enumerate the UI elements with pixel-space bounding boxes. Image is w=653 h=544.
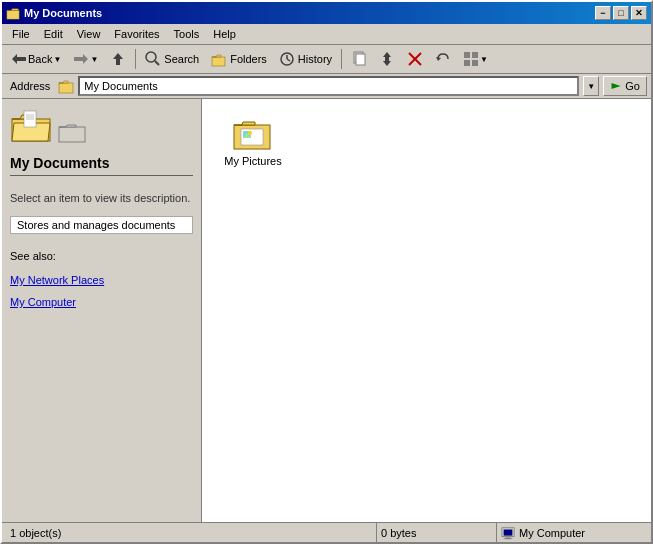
svg-rect-3: [17, 57, 26, 61]
up-icon: [110, 51, 126, 67]
left-panel: My Documents Select an item to view its …: [2, 99, 202, 522]
menu-tools[interactable]: Tools: [168, 26, 206, 42]
forward-button[interactable]: ▼: [68, 47, 103, 71]
address-bar: Address My Documents ▼ Go: [2, 74, 651, 99]
title-bar: My Documents − □ ✕: [2, 2, 651, 24]
views-button[interactable]: ▼: [458, 47, 493, 71]
menu-edit[interactable]: Edit: [38, 26, 69, 42]
svg-rect-10: [212, 57, 225, 66]
svg-rect-16: [356, 54, 365, 65]
svg-rect-18: [385, 57, 389, 61]
separator-2: [341, 49, 342, 69]
status-bar: 1 object(s) 0 bytes My Computer: [2, 522, 651, 542]
copy-icon: [351, 51, 367, 67]
address-input[interactable]: My Documents: [78, 76, 579, 96]
back-button[interactable]: Back ▼: [6, 47, 66, 71]
move-button[interactable]: [374, 47, 400, 71]
network-places-link[interactable]: My Network Places: [10, 274, 193, 286]
pictures-label: My Pictures: [224, 155, 281, 167]
history-button[interactable]: History: [274, 47, 337, 71]
copy-button[interactable]: [346, 47, 372, 71]
svg-marker-4: [83, 54, 88, 64]
svg-point-44: [248, 131, 252, 135]
folder-icon-area: [10, 107, 193, 143]
left-panel-title: My Documents: [10, 155, 193, 176]
history-icon: [279, 51, 295, 67]
svg-marker-6: [113, 53, 123, 59]
svg-marker-1: [7, 9, 18, 11]
menu-favorites[interactable]: Favorites: [108, 26, 165, 42]
stores-badge: Stores and manages documents: [10, 216, 193, 234]
svg-rect-37: [59, 127, 85, 142]
svg-rect-46: [504, 529, 513, 535]
maximize-button[interactable]: □: [613, 6, 629, 20]
window-title: My Documents: [24, 7, 102, 19]
svg-rect-7: [116, 59, 120, 65]
svg-rect-48: [504, 538, 513, 539]
back-icon: [11, 51, 27, 67]
location-status: My Computer: [497, 523, 647, 542]
address-label: Address: [6, 78, 54, 94]
address-folder-icon: [58, 78, 74, 94]
svg-rect-5: [74, 57, 83, 61]
undo-button[interactable]: [430, 47, 456, 71]
svg-marker-40: [234, 122, 255, 125]
move-icon: [379, 51, 395, 67]
right-panel: My Pictures: [202, 99, 651, 522]
secondary-folder-icon: [58, 119, 86, 143]
address-dropdown[interactable]: ▼: [583, 76, 599, 96]
search-button[interactable]: Search: [140, 47, 204, 71]
size-status: 0 bytes: [377, 523, 497, 542]
svg-marker-22: [436, 57, 441, 61]
svg-marker-11: [212, 55, 221, 57]
delete-icon: [407, 51, 423, 67]
computer-icon: [501, 526, 515, 540]
up-button[interactable]: [105, 47, 131, 71]
delete-button[interactable]: [402, 47, 428, 71]
my-computer-link[interactable]: My Computer: [10, 296, 193, 308]
folders-icon: [211, 51, 227, 67]
folders-button[interactable]: Folders: [206, 47, 272, 71]
menu-bar: File Edit View Favorites Tools Help: [2, 24, 651, 45]
svg-marker-19: [383, 61, 391, 66]
menu-help[interactable]: Help: [207, 26, 242, 42]
svg-rect-0: [7, 10, 19, 19]
title-bar-left: My Documents: [6, 6, 102, 20]
go-button[interactable]: Go: [603, 76, 647, 96]
go-icon: [610, 80, 622, 92]
menu-file[interactable]: File: [6, 26, 36, 42]
svg-rect-26: [472, 60, 478, 66]
pictures-folder-icon: [233, 115, 273, 151]
svg-line-9: [155, 61, 159, 65]
content-area: My Documents Select an item to view its …: [2, 99, 651, 522]
svg-marker-17: [383, 52, 391, 57]
svg-rect-23: [464, 52, 470, 58]
svg-marker-28: [59, 81, 68, 83]
description-text: Select an item to view its description.: [10, 192, 193, 204]
main-folder-open-icon: [10, 107, 54, 143]
minimize-button[interactable]: −: [595, 6, 611, 20]
toolbar: Back ▼ ▼ Search: [2, 45, 651, 74]
window-icon: [6, 6, 20, 20]
my-pictures-item[interactable]: My Pictures: [218, 115, 288, 167]
search-icon: [145, 51, 161, 67]
views-icon: [463, 51, 479, 67]
main-window: My Documents − □ ✕ File Edit View Favori…: [0, 0, 653, 544]
svg-line-14: [287, 59, 290, 61]
svg-marker-29: [612, 83, 621, 89]
svg-rect-27: [59, 83, 73, 93]
svg-point-8: [146, 52, 156, 62]
menu-view[interactable]: View: [71, 26, 107, 42]
undo-icon: [435, 51, 451, 67]
svg-rect-25: [464, 60, 470, 66]
forward-icon: [73, 51, 89, 67]
close-button[interactable]: ✕: [631, 6, 647, 20]
svg-marker-38: [59, 125, 76, 127]
separator-1: [135, 49, 136, 69]
svg-marker-2: [12, 54, 17, 64]
objects-status: 1 object(s): [6, 523, 377, 542]
svg-rect-24: [472, 52, 478, 58]
title-controls: − □ ✕: [595, 6, 647, 20]
see-also-label: See also:: [10, 250, 193, 262]
